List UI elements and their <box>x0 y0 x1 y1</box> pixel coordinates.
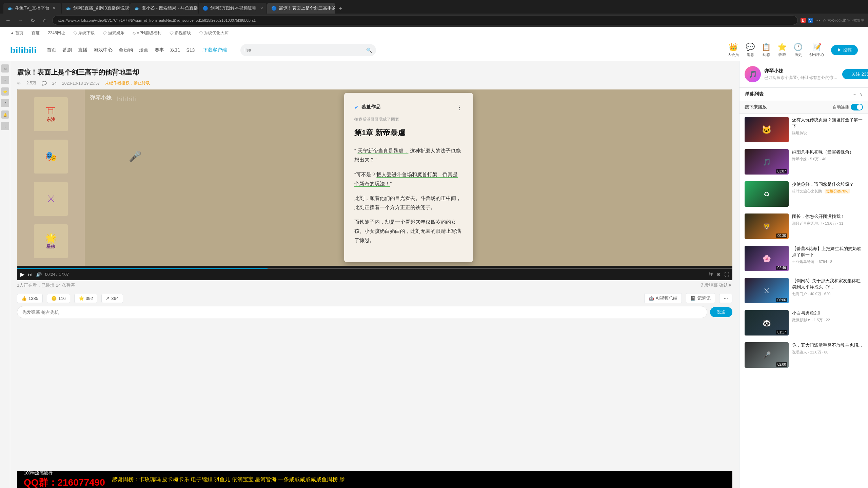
follow-button[interactable]: + 关注 236 <box>842 69 868 79</box>
favorite-button[interactable]: ⭐ 392 <box>74 294 98 303</box>
quicklink-opt[interactable]: ◇ 系统优化大师 <box>199 30 229 36</box>
video-player[interactable]: ⛩ 东浅 🎭 ⚔ 🌟 星殊 <box>17 89 732 266</box>
rv-thumbnail-rv3: ♻ <box>745 181 789 207</box>
qq-bottom-bar: 100%流感流行 QQ群：216077490 感谢周榜：卡玫瑰吗 皮卡梅卡乐 电… <box>17 471 732 488</box>
novel-header: ✔ 慕董作品 ⋮ <box>354 103 463 111</box>
tab-favicon5: 🔵 <box>271 6 277 11</box>
extension-icon2[interactable]: V <box>808 18 813 23</box>
tab-proof[interactable]: 🔵 剑网3万图解本视频证明 ✕ <box>199 3 267 14</box>
nav-anime[interactable]: 番剧 <box>62 47 72 53</box>
refresh-button[interactable]: ↻ <box>28 16 37 25</box>
nav-live[interactable]: 直播 <box>78 47 87 53</box>
playlist-header: 弹幕列表 ⋯ ∨ <box>739 88 868 101</box>
quicklink-2345[interactable]: 2345网址 <box>48 30 65 36</box>
video-player-wrapper[interactable]: ⛩ 东浅 🎭 ⚔ 🌟 星殊 <box>17 89 732 280</box>
related-video-rv7[interactable]: 🐼 01:17 小白与男粒2.0 微微影影▼ · 1.5万 · 22 <box>739 307 868 339</box>
tab-jw3[interactable]: 🐟 剑网3直播_剑网3直播解说视频… ✕ <box>62 3 130 14</box>
quicklink-game[interactable]: ◇ 游戏娱乐 <box>103 30 124 36</box>
related-video-rv1[interactable]: 🐱 还有人玩传统页游？猫坦打金了解一下 猫坦传说 <box>739 114 868 146</box>
sidebar-icon-1[interactable]: ◁ <box>1 64 9 73</box>
danmaku-input[interactable] <box>17 306 707 318</box>
forward-button[interactable]: → <box>16 16 25 25</box>
extension-icon3[interactable]: ⋯ <box>815 17 821 24</box>
history-icon[interactable]: 🕐 历史 <box>793 43 803 57</box>
message-icon[interactable]: 💬 消息 <box>746 43 755 57</box>
tab-douyu[interactable]: 🐟 斗鱼TV_直播平台 ✕ <box>3 3 61 14</box>
nav-shop[interactable]: 会员购 <box>119 47 133 53</box>
sidebar-icon-6[interactable]: ⋮ <box>1 122 9 130</box>
nav-game[interactable]: 游戏中心 <box>94 47 113 53</box>
quicklink-film[interactable]: ◇ 影视前线 <box>170 30 191 36</box>
address-input[interactable]: https://www.bilibili.com/video/BV17C4y1V… <box>52 16 798 25</box>
bili-logo[interactable]: bilibili <box>10 45 37 56</box>
danmaku-send-button[interactable]: 发送 <box>710 307 732 317</box>
video-controls-bar[interactable]: ▶ ⏭ 🔊 00:24 / 17:07 弹 ⚙ ⛶ <box>17 266 732 280</box>
related-video-rv6[interactable]: ⚔ 06:06 【剑网3】关于那天我和家友集体狂笑到太平洋找头（Y… 七海门户 … <box>739 274 868 307</box>
tab-close-proof[interactable]: ✕ <box>259 5 264 11</box>
creation-icon[interactable]: 📝 创作中心 <box>809 43 824 57</box>
microphone-icon: 🎤 <box>129 150 141 162</box>
search-input[interactable] <box>244 47 366 53</box>
quicklink-sys[interactable]: ◇ 系统下载 <box>73 30 95 36</box>
dynamic-icon[interactable]: 📋 动态 <box>762 43 771 57</box>
sidebar-icon-2[interactable]: ♡ <box>1 76 9 84</box>
volume-button[interactable]: 🔊 <box>36 272 42 277</box>
sidebar-icon-3[interactable]: ⭐ <box>1 87 9 96</box>
tab-current[interactable]: 🔵 震惊！表面上是个剑三高手的他背地里却 ✕ <box>267 3 335 14</box>
playlist-expand-icon[interactable]: ∨ <box>860 92 863 97</box>
nav-home[interactable]: 首页 <box>47 47 56 53</box>
danmaku-toggle[interactable]: 弹 <box>709 271 713 277</box>
view-count: 2.5万 <box>26 80 36 86</box>
nav-sports[interactable]: 赛事 <box>155 47 164 53</box>
nav-double11[interactable]: 双11 <box>170 47 180 53</box>
upload-button[interactable]: ▶ 投稿 <box>831 45 858 55</box>
auto-play-toggle[interactable]: 自动连播 <box>833 104 863 110</box>
new-tab-button[interactable]: + <box>336 4 345 14</box>
notes-label: 记笔记 <box>697 295 711 301</box>
quicklink-vpn[interactable]: ◇ VPN超级福利 <box>133 30 161 36</box>
share-button[interactable]: ↗ 364 <box>101 294 123 303</box>
settings-button[interactable]: ⚙ <box>716 272 721 277</box>
notes-button[interactable]: 📓 记笔记 <box>686 293 715 303</box>
tab-search[interactable]: 🐟 夏小乙 - 搜索结果 - 斗鱼直播 ✕ <box>130 3 198 14</box>
nav-download[interactable]: ↓下载客户端 <box>201 47 227 53</box>
novel-menu-icon[interactable]: ⋮ <box>456 103 463 111</box>
ai-summary-button[interactable]: 🤖 AI视频总结 <box>644 293 682 303</box>
六公公: ☆ 六公公公北斗斗摇篮里 <box>823 18 865 23</box>
more-button[interactable]: ⋯ <box>719 294 732 303</box>
next-button[interactable]: ⏭ <box>28 272 33 277</box>
play-button[interactable]: ▶ <box>20 271 24 278</box>
tab-close-douyu[interactable]: ✕ <box>52 5 57 11</box>
extension-icon1[interactable]: B <box>801 18 806 23</box>
sidebar-icon-4[interactable]: ↗ <box>1 99 9 107</box>
favorite-icon[interactable]: ⭐ 收藏 <box>777 43 787 57</box>
search-button[interactable]: 🔍 <box>366 47 372 53</box>
quicklink-home[interactable]: ▲ 首页 <box>10 30 23 36</box>
home-button[interactable]: ⌂ <box>40 16 50 25</box>
back-button[interactable]: ← <box>3 16 13 25</box>
related-video-rv5[interactable]: 🌸 02:49 【蕾蕾&花海】上把妹生我的奶奶歌点了解一下 土豆炮马铃薯- · … <box>739 242 868 274</box>
sidebar-icon-5[interactable]: 🔔 <box>1 110 9 119</box>
video-progress-bar[interactable] <box>17 268 732 269</box>
rv-title-rv7: 小白与男粒2.0 <box>792 310 863 316</box>
comment-count: 24 <box>52 81 57 86</box>
rv-meta-rv8: 说唱达人 · 21.8万 · 80 <box>792 350 863 355</box>
related-video-rv8[interactable]: 🎤 02:00 你，五大门派掌手鼻不放教主也招... 说唱达人 · 21.8万 … <box>739 339 868 371</box>
rv-coins-rv7: 22 <box>826 318 830 322</box>
tab-bar: 🐟 斗鱼TV_直播平台 ✕ 🐟 剑网3直播_剑网3直播解说视频… ✕ 🐟 夏小乙… <box>0 0 868 14</box>
coin-button[interactable]: 🪙 116 <box>47 294 70 303</box>
vip-icon[interactable]: 👑 大会员 <box>728 43 739 57</box>
nav-manga[interactable]: 漫画 <box>139 47 149 53</box>
rv-info-rv3: 少使你好，请问您是什么垃圾？ 拾叶文旅心之长憨 垃圾分类70% <box>792 181 863 207</box>
nav-s13[interactable]: S13 <box>186 47 195 53</box>
up-avatar[interactable]: 🎵 <box>745 66 761 82</box>
toggle-switch[interactable] <box>851 104 863 110</box>
related-video-rv4[interactable]: 🦁 00:30 团长，你怎么开团没找我！ 那只近兽家园坦坦 · 13.6万 · … <box>739 210 868 242</box>
related-video-rv2[interactable]: 🎵 03:07 纯阳杀手风初咏（受害者视角） 弹琴小妹 · 5.6万 · 46 <box>739 146 868 178</box>
fullscreen-button[interactable]: ⛶ <box>724 272 729 277</box>
playlist-more-icon[interactable]: ⋯ <box>852 92 856 97</box>
like-button[interactable]: 👍 1385 <box>17 294 43 303</box>
rv-title-rv4: 团长，你怎么开团没找我！ <box>792 214 863 220</box>
related-video-rv3[interactable]: ♻ 少使你好，请问您是什么垃圾？ 拾叶文旅心之长憨 垃圾分类70% <box>739 178 868 210</box>
quicklink-baidu[interactable]: 百度 <box>32 30 40 36</box>
